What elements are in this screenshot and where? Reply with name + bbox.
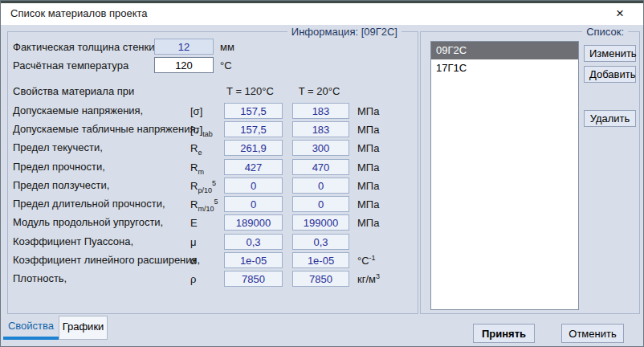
property-row: Допускаемые табличные напряжения, [σ]tab… <box>8 121 418 138</box>
property-label: Плотность, <box>13 272 67 284</box>
value-t120-input[interactable] <box>224 159 283 175</box>
unit-label: МПа <box>357 104 379 117</box>
dialog-title: Список материалов проекта <box>10 7 148 19</box>
value-t120-input[interactable] <box>224 252 283 268</box>
value-t20-input[interactable] <box>292 214 349 231</box>
materials-listbox[interactable]: 09Г2С 17Г1С <box>430 41 579 310</box>
list-item-17g1s[interactable]: 17Г1С <box>431 59 578 77</box>
unit-label: °C-1 <box>357 254 376 267</box>
list-groupbox: Список: 09Г2С 17Г1С Изменить Добавить Уд… <box>420 31 640 314</box>
property-symbol: Rp/105 <box>190 179 216 194</box>
value-t20-input[interactable] <box>292 252 349 268</box>
unit-label: МПа <box>357 141 379 154</box>
property-symbol: ρ <box>190 272 196 288</box>
temperature-label: Расчётная температура <box>13 59 128 71</box>
property-label: Коэффициент линейного расширения, <box>13 254 200 266</box>
value-t120-input[interactable] <box>224 103 283 119</box>
info-groupbox: Информация: [09Г2С] Фактическая толщина … <box>7 31 418 314</box>
list-item-09g2s[interactable]: 09Г2С <box>431 42 578 59</box>
value-t20-input[interactable] <box>292 196 349 212</box>
property-symbol: [σ] <box>190 104 202 120</box>
unit-label: кг/м3 <box>357 272 380 285</box>
property-label: Предел текучести, <box>13 141 103 153</box>
temperature-input[interactable] <box>154 57 214 73</box>
property-symbol: Re <box>190 141 202 157</box>
property-row: Коэффициент линейного расширения, α °C-1 <box>8 252 418 269</box>
thickness-input[interactable] <box>154 39 214 55</box>
value-t20-input[interactable] <box>292 178 349 194</box>
unit-label: МПа <box>357 161 379 174</box>
unit-label: МПа <box>357 123 379 136</box>
value-t120-input[interactable] <box>224 178 283 194</box>
property-symbol: α <box>190 254 197 269</box>
edit-button[interactable]: Изменить <box>584 45 636 62</box>
value-t120-input[interactable] <box>224 214 283 231</box>
value-t120-input[interactable] <box>224 234 283 250</box>
property-label: Модуль продольной упругости, <box>13 216 163 228</box>
value-t20-input[interactable] <box>292 121 349 137</box>
property-symbol: μ <box>190 235 197 251</box>
value-t120-input[interactable] <box>224 121 283 137</box>
value-t20-input[interactable] <box>292 234 349 250</box>
properties-header-label: Свойства материала при <box>13 85 134 97</box>
value-t20-input[interactable] <box>292 103 349 119</box>
value-t20-input[interactable] <box>292 271 349 287</box>
tab-graphs[interactable]: Графики <box>59 316 108 340</box>
property-label: Допускаемые напряжения, <box>13 104 143 116</box>
property-symbol: Rm <box>190 161 204 176</box>
thickness-label: Фактическая толщина стенки <box>13 41 155 53</box>
unit-label: МПа <box>357 198 379 210</box>
title-bar: Список материалов проекта × <box>1 3 643 25</box>
property-row: Предел ползучести, Rp/105 МПа <box>8 178 418 194</box>
property-label: Предел ползучести, <box>13 179 109 191</box>
materials-dialog: Список материалов проекта × Информация: … <box>0 0 644 347</box>
tab-properties[interactable]: Свойства <box>3 316 59 340</box>
property-row: Плотность, ρ кг/м3 <box>8 271 418 288</box>
property-symbol: [σ]tab <box>190 123 213 138</box>
value-t120-input[interactable] <box>224 196 283 212</box>
property-row: Модуль продольной упругости, E МПа <box>8 214 418 231</box>
add-button[interactable]: Добавить <box>584 66 636 83</box>
value-t20-input[interactable] <box>292 159 349 175</box>
property-label: Предел прочности, <box>13 161 105 173</box>
value-t120-input[interactable] <box>224 140 283 156</box>
column-header-t120: T = 120°C <box>221 85 279 97</box>
property-symbol: E <box>190 216 198 231</box>
property-row: Предел текучести, Re МПа <box>8 140 418 157</box>
unit-label: МПа <box>357 216 379 229</box>
value-t120-input[interactable] <box>224 271 283 287</box>
close-button[interactable]: × <box>601 3 638 25</box>
info-group-title: Информация: [09Г2С] <box>287 26 401 38</box>
unit-label: МПа <box>357 179 379 192</box>
list-group-title: Список: <box>582 26 628 38</box>
close-icon: × <box>616 6 624 21</box>
temperature-unit: °C <box>220 59 232 71</box>
property-row: Предел прочности, Rm МПа <box>8 159 418 176</box>
value-t20-input[interactable] <box>292 140 349 156</box>
property-label: Предел длительной прочности, <box>13 198 165 210</box>
delete-button[interactable]: Удалить <box>584 110 636 127</box>
property-label: Коэффициент Пуассона, <box>13 235 133 247</box>
column-header-t20: T = 20°C <box>291 85 348 97</box>
cancel-button[interactable]: Отменить <box>561 324 624 343</box>
property-row: Допускаемые напряжения, [σ] МПа <box>8 103 418 120</box>
property-row: Коэффициент Пуассона, μ <box>8 234 418 251</box>
accept-button[interactable]: Принять <box>473 324 535 343</box>
property-label: Допускаемые табличные напряжения, <box>13 123 198 135</box>
property-symbol: Rm/105 <box>190 198 218 213</box>
property-row: Предел длительной прочности, Rm/105 МПа <box>8 196 418 213</box>
thickness-unit: мм <box>220 41 234 53</box>
